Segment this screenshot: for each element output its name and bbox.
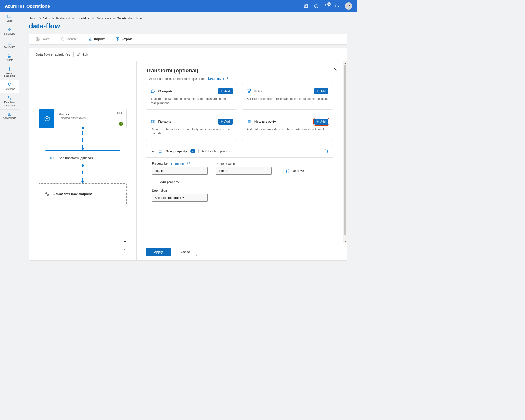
list-icon [158,149,162,153]
add-filter-button[interactable]: Add [314,88,329,94]
svg-point-12 [10,83,11,84]
sidebar: Sites Instances Overview Assets Asset en… [0,12,19,269]
svg-point-14 [8,96,9,97]
canvas-ribbon: Data flow enabled: Yes Edit [29,48,347,61]
notification-badge: 1 [327,2,331,6]
zoom-controls: + − [121,230,129,253]
svg-rect-26 [153,120,155,123]
svg-rect-23 [151,90,154,93]
svg-point-10 [9,68,10,69]
page-title: data-flow [29,22,347,30]
add-rename-button[interactable]: Add [218,119,233,124]
add-property-button[interactable]: Add property [152,179,328,185]
op-card-compute: Compute Add Transform data through conve… [146,84,237,110]
toolbar: Save Delete Import Export [29,34,347,45]
filter-icon [247,89,251,93]
svg-point-9 [9,54,10,55]
svg-rect-17 [50,157,51,159]
learn-more-link[interactable]: Learn more [208,77,228,80]
breadcrumb: Home > Sites > Redmond > donut-line > Da… [29,16,347,20]
svg-rect-7 [10,30,11,31]
transform-panel: Transform (optional) Select one or more … [137,61,347,260]
svg-point-0 [306,5,307,6]
property-value-input[interactable] [216,167,271,175]
list-icon [247,119,251,124]
sidebar-item-activity-logs[interactable]: Activity logs [0,110,19,123]
op-card-filter: Filter Add Set filter conditions to refi… [242,84,333,110]
svg-point-22 [125,250,125,250]
panel-subtitle: Select one or more transform operations.… [149,77,333,81]
svg-point-13 [9,86,10,86]
add-new-property-button[interactable]: Add [314,119,329,124]
sidebar-item-overview[interactable]: Overview [0,38,19,51]
flow-canvas[interactable]: Source Selected Asset: oven ••• Add tran… [29,61,137,260]
import-button[interactable]: Import [88,37,105,41]
more-icon[interactable]: ••• [117,112,123,114]
source-subtitle: Selected Asset: oven [59,116,122,119]
alerts-icon[interactable] [335,4,339,8]
save-button: Save [36,37,50,41]
close-icon[interactable] [333,67,338,72]
breadcrumb-current: Create data flow [117,16,142,20]
flow-add-transform-node[interactable]: Add transform (optional) [45,150,120,165]
canvas-card: Data flow enabled: Yes Edit [29,48,347,260]
svg-rect-8 [8,41,11,44]
svg-rect-5 [10,28,11,29]
breadcrumb-donut-line[interactable]: donut-line [76,16,90,20]
svg-point-15 [10,98,11,99]
global-header: Azure IoT Operations 1 P [0,0,357,12]
flow-source-node[interactable]: Source Selected Asset: oven ••• [39,109,126,129]
sidebar-item-instances[interactable]: Instances [0,25,19,38]
add-compute-button[interactable]: Add [218,88,233,94]
chevron-down-icon[interactable] [151,149,155,153]
cube-icon [39,109,54,128]
avatar[interactable]: P [345,2,352,9]
sidebar-item-dataflow-endpoints[interactable]: Data flow endpoints [0,93,19,110]
compute-icon [151,89,156,93]
sidebar-item-sites[interactable]: Sites [0,12,19,25]
zoom-out-button[interactable]: − [121,238,129,245]
zoom-in-button[interactable]: + [121,230,129,238]
breadcrumb-sites[interactable]: Sites [43,16,50,20]
delete-button: Delete [61,37,77,41]
description-label: Description [152,189,328,192]
learn-more-link[interactable]: Learn more [171,162,190,165]
svg-rect-25 [151,120,153,123]
property-key-input[interactable] [152,167,208,175]
op-card-new-property: New property Add Add additional properti… [242,115,333,140]
svg-rect-18 [53,157,54,159]
check-icon [119,122,123,126]
sidebar-item-data-flows[interactable]: Data flows [0,80,19,93]
op-card-rename: Rename Add Rename datapoints to ensure c… [146,115,237,140]
cancel-button[interactable]: Cancel [175,248,197,256]
svg-rect-3 [8,15,11,18]
notifications-icon[interactable]: 1 [324,4,329,8]
product-title: Azure IoT Operations [5,4,50,8]
property-count-badge: 1 [190,149,195,153]
sidebar-item-assets[interactable]: Assets [0,51,19,64]
help-icon[interactable] [314,4,319,8]
export-button[interactable]: Export [116,37,132,41]
apply-button[interactable]: Apply [146,248,171,256]
zoom-fit-button[interactable] [121,245,129,253]
breadcrumb-data-flows[interactable]: Data flows [96,16,111,20]
svg-rect-4 [8,28,9,29]
edit-button[interactable]: Edit [77,53,88,57]
settings-icon[interactable] [304,4,308,8]
panel-title: Transform (optional) [146,67,333,74]
flow-select-endpoint-node[interactable]: Select data flow endpoint [39,183,126,204]
sidebar-item-asset-endpoints[interactable]: Asset endpoints [0,64,19,81]
delete-section-button[interactable] [324,149,328,154]
breadcrumb-home[interactable]: Home [29,16,38,20]
scrollbar[interactable]: ▲ ▼ [343,61,347,244]
svg-rect-21 [124,248,126,250]
breadcrumb-redmond[interactable]: Redmond [56,16,70,20]
svg-point-2 [316,7,316,7]
dataflow-enabled-label: Data flow enabled: Yes [36,53,70,56]
property-key-label: Property key Learn more [152,162,208,165]
rename-icon [151,119,156,124]
remove-property-button[interactable]: Remove [285,169,304,173]
description-input[interactable] [152,194,208,202]
property-value-label: Property value [216,162,271,165]
new-property-section: New property 1 Add location property [146,145,333,206]
